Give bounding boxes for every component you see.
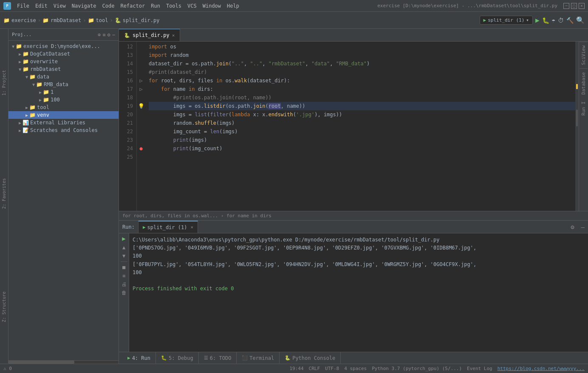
tree-root[interactable]: ▼ 📁 exercise D:\mynode\exe...	[8, 42, 119, 50]
tab-close-icon[interactable]: ×	[172, 33, 175, 38]
status-line-ending[interactable]: CRLF	[309, 366, 320, 371]
structure-label[interactable]: Z: Structure	[1, 289, 7, 325]
build-button[interactable]: 🔨	[566, 17, 574, 24]
menu-code[interactable]: Code	[100, 2, 117, 10]
breadcrumb-file[interactable]: split_dir.py	[123, 17, 160, 23]
tree-item-folder1[interactable]: ▶ 📁 1	[8, 88, 119, 96]
status-event-log[interactable]: Event Log	[467, 366, 492, 371]
menu-file[interactable]: File	[14, 2, 32, 10]
run-print-button[interactable]: 🖨	[122, 281, 127, 287]
tab-terminal[interactable]: ⬛ Terminal	[237, 352, 280, 364]
menu-tools[interactable]: Tools	[164, 2, 184, 10]
sidebar-settings-icon[interactable]: ⚙	[107, 32, 110, 38]
scroll-indicator[interactable]	[575, 42, 579, 211]
todo-tab-text: 6: TODO	[210, 355, 232, 361]
run-play-button[interactable]: ▶	[122, 235, 125, 242]
tree-item-external[interactable]: ▶ 📊 External Libraries	[8, 119, 119, 126]
coverage-button[interactable]: ☂	[552, 17, 555, 24]
tree-item-rmbdata[interactable]: ▼ 📁 RMB_data	[8, 81, 119, 88]
sciview-tab[interactable]: SciView	[580, 42, 588, 68]
tab-python-console[interactable]: 🐍 Python Console	[280, 352, 341, 364]
code-content[interactable]: import os import random dataset_dir = os…	[145, 42, 575, 211]
code-line-18: #print(os.path.join(root, name))	[149, 93, 575, 102]
run-config-selector[interactable]: ▶ split_dir (1) ▾	[480, 16, 533, 25]
run-tab-active[interactable]: ▶ split_dir (1) ×	[139, 221, 198, 233]
arrow-right-icon-3: ▶	[39, 90, 42, 95]
run-output-line-2: ['0PNDS7OG.jpg', '049I6MVB.jpg', '09F2SG…	[133, 244, 585, 252]
breadcrumb-exercise[interactable]: exercise	[11, 17, 36, 23]
run-button[interactable]: ▶	[535, 16, 540, 24]
run-close-button[interactable]: ≡	[122, 273, 125, 279]
run-close-icon[interactable]: —	[578, 224, 588, 230]
folder-icon-2: 📁	[42, 17, 49, 23]
run-settings-icon[interactable]: ⚙	[567, 224, 577, 230]
status-problems-icon[interactable]: ⚠ 0	[3, 366, 12, 371]
status-python[interactable]: Python 3.7 (pytorch_gpu) (5/...)	[372, 366, 462, 371]
maximize-button[interactable]: □	[571, 3, 577, 9]
tool-label: tool	[37, 104, 49, 110]
sidebar-collapse-icon[interactable]: ≡	[102, 32, 105, 38]
sidebar-header: Proj... ⊕ ≡ ⚙ −	[8, 29, 119, 41]
external-label: External Libraries	[30, 120, 85, 126]
menu-help[interactable]: Help	[224, 2, 242, 10]
menu-vcs[interactable]: VCS	[185, 2, 199, 10]
bottom-panel: Run: ▶ split_dir (1) × ⚙ — ▶ ▲	[119, 220, 588, 352]
breadcrumb-tool[interactable]: tool	[96, 17, 108, 23]
overwrite-label: overwrite	[30, 59, 58, 65]
tree-item-folder100[interactable]: ▶ 📁 100	[8, 96, 119, 104]
tree-item-venv[interactable]: ▶ 📁 venv	[8, 111, 119, 119]
tree-item-overwrite[interactable]: ▶ 📁 overwrite	[8, 58, 119, 65]
sidebar-scope-icon[interactable]: ⊕	[98, 32, 101, 38]
status-encoding[interactable]: UTF-8	[325, 366, 339, 371]
search-button[interactable]: 🔍	[576, 16, 585, 24]
run-tab-close-icon[interactable]: ×	[190, 224, 193, 230]
status-indent[interactable]: 4 spaces	[344, 366, 367, 371]
profile-button[interactable]: ⏱	[558, 17, 564, 24]
menu-view[interactable]: View	[51, 2, 68, 10]
menu-edit[interactable]: Edit	[33, 2, 50, 10]
run-down-button[interactable]: ▼	[122, 253, 125, 259]
breadcrumb: 📁 exercise › 📁 rmbDataset › 📁 tool › 🐍 s…	[3, 17, 159, 23]
run-i-tab[interactable]: Run I	[580, 98, 588, 119]
tree-item-scratches[interactable]: ▶ 📝 Scratches and Consoles	[8, 126, 119, 134]
menu-refactor[interactable]: Refactor	[118, 2, 147, 10]
tree-item-dogcatdataset[interactable]: ▶ 📁 DogCatDataset	[8, 50, 119, 58]
tab-label: split_dir.py	[133, 32, 170, 38]
tab-todo[interactable]: ☰ 6: TODO	[199, 352, 237, 364]
run-stop-button[interactable]: ■	[122, 264, 125, 270]
terminal-tab-text: Terminal	[249, 355, 274, 361]
toolbar-right: ▶ split_dir (1) ▾ ▶ 🐛 ☂ ⏱ 🔨 🔍	[480, 16, 585, 25]
menu-run[interactable]: Run	[148, 2, 163, 10]
database-tab[interactable]: Database	[580, 68, 588, 98]
arrow-right-icon-6: ▶	[25, 113, 28, 118]
sidebar-close-icon[interactable]: −	[112, 32, 115, 38]
code-line-24: print(img_count)	[149, 144, 575, 153]
folder1-label: 1	[51, 89, 54, 95]
status-url[interactable]: https://blog.csdn.net/wwwyyy...	[498, 366, 585, 371]
run-output[interactable]: C:\Users\alibb\Anaconda3\envs\pytorch_gp…	[129, 233, 588, 352]
sidebar-scrollbar[interactable]	[8, 360, 119, 364]
project-label[interactable]: 1: Project	[1, 67, 7, 98]
minimize-button[interactable]: −	[563, 3, 569, 9]
run-trash-button[interactable]: 🗑	[122, 290, 127, 296]
debug-button[interactable]: 🐛	[542, 17, 549, 24]
root-label: exercise D:\mynode\exe...	[23, 43, 100, 49]
run-up-button[interactable]: ▲	[122, 244, 125, 250]
tab-run[interactable]: ▶ 4: Run	[122, 352, 156, 364]
tree-item-data[interactable]: ▼ 📁 data	[8, 73, 119, 81]
window-title: exercise [D:\mynode\exercise] - ...\rmbD…	[377, 3, 557, 8]
tree-item-rmbdataset[interactable]: ▼ 📁 rmbDataset	[8, 65, 119, 73]
editor-tab-active[interactable]: 🐍 split_dir.py ×	[119, 29, 180, 41]
close-button[interactable]: ×	[579, 3, 585, 9]
menu-window[interactable]: Window	[200, 2, 223, 10]
folder-icon-data: 📁	[29, 74, 36, 80]
code-editor: 1213141516171819202122232425 ▷ ▷ 💡 ●	[119, 42, 588, 211]
tree-item-tool[interactable]: ▶ 📁 tool	[8, 104, 119, 111]
favorites-label[interactable]: 2: Favorites	[1, 176, 7, 211]
todo-tab-icon: ☰	[204, 355, 208, 361]
breadcrumb-bottom-bar: for root, dirs, files in os.wal... › for…	[119, 211, 588, 220]
tab-debug[interactable]: 🐛 5: Debug	[156, 352, 199, 364]
breadcrumb-rmbdataset[interactable]: rmbDataset	[51, 17, 81, 23]
folder-icon-venv: 📁	[29, 112, 36, 118]
menu-navigate[interactable]: Navigate	[69, 2, 99, 10]
